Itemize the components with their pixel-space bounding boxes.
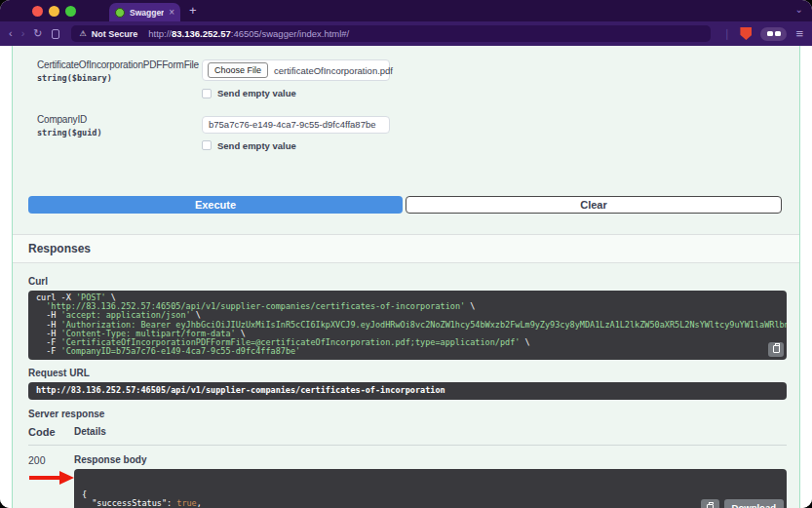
- response-body-label: Response body: [74, 454, 787, 465]
- choose-file-button[interactable]: Choose File: [208, 62, 268, 78]
- new-tab-button[interactable]: +: [189, 3, 197, 18]
- companyid-input[interactable]: [202, 116, 390, 134]
- post-operation-block: CertificateOfIncorporationPDFFormFile st…: [12, 46, 800, 508]
- send-empty-value-label: Send empty value: [217, 88, 296, 98]
- annotation-arrow: [29, 476, 60, 480]
- server-response-label: Server response: [28, 409, 787, 419]
- curl-command-block: curl -X 'POST' \ 'http://83.136.252.57:4…: [28, 291, 787, 360]
- titlebar: Swagger UI × + ⌄: [0, 0, 812, 21]
- request-url-label: Request URL: [28, 368, 787, 378]
- send-empty-value-checkbox[interactable]: [202, 140, 212, 150]
- private-window-icon[interactable]: [760, 27, 787, 41]
- responses-section: Curl curl -X 'POST' \ 'http://83.136.252…: [13, 263, 799, 508]
- response-row: 200 Response body { "successStatus": tru…: [28, 454, 787, 508]
- response-body-json: { "successStatus": true, "fileURI": "fil…: [82, 490, 779, 508]
- curl-label: Curl: [28, 276, 787, 287]
- minimize-window-button[interactable]: [49, 6, 59, 17]
- toolbar-separator: ❘: [722, 27, 731, 40]
- warning-icon: ⚠: [80, 29, 87, 38]
- browser-toolbar: ‹ › ↻ ⚠ Not Secure http://83.136.252.57:…: [0, 21, 812, 46]
- chosen-file-name: certificateOfIncorporation.pdf: [274, 65, 393, 76]
- swagger-favicon-icon: [115, 8, 125, 18]
- param-type: string($binary): [37, 73, 202, 83]
- send-empty-value-label: Send empty value: [217, 140, 296, 151]
- tab-search-icon[interactable]: ⌄: [795, 4, 803, 15]
- execute-button[interactable]: Execute: [28, 196, 403, 214]
- close-tab-icon[interactable]: ×: [169, 8, 174, 18]
- annotation-arrow-head: [59, 471, 74, 485]
- zoom-window-button[interactable]: [65, 6, 76, 17]
- browser-window: Swagger UI × + ⌄ ‹ › ↻ ⚠ Not Secure http…: [0, 0, 812, 508]
- responses-title: Responses: [28, 242, 799, 255]
- copy-response-button[interactable]: [701, 499, 719, 508]
- parameters-section: CertificateOfIncorporationPDFFormFile st…: [13, 46, 799, 151]
- response-body-block: { "successStatus": true, "fileURI": "fil…: [74, 469, 787, 508]
- details-column-header: Details: [74, 426, 106, 438]
- send-empty-value-checkbox[interactable]: [202, 89, 212, 98]
- brave-shield-icon[interactable]: [740, 27, 752, 40]
- param-type: string($guid): [37, 128, 202, 137]
- file-input[interactable]: Choose File certificateOfIncorporation.p…: [202, 59, 390, 81]
- reload-icon[interactable]: ↻: [33, 28, 42, 39]
- clipboard-icon: [773, 345, 780, 353]
- copy-curl-button[interactable]: [768, 342, 784, 357]
- code-column-header: Code: [28, 426, 74, 438]
- responses-header: Responses: [13, 234, 799, 263]
- back-icon[interactable]: ‹: [9, 28, 13, 39]
- param-row-certificate: CertificateOfIncorporationPDFFormFile st…: [37, 59, 799, 98]
- menu-icon[interactable]: ≡: [795, 27, 803, 40]
- address-bar[interactable]: ⚠ Not Secure http://83.136.252.57:46505/…: [71, 25, 712, 42]
- param-name: CertificateOfIncorporationPDFFormFile: [37, 59, 202, 70]
- browser-tab[interactable]: Swagger UI ×: [109, 3, 180, 21]
- param-row-companyid: CompanyID string($guid) Send empty value: [37, 114, 799, 151]
- bookmark-icon[interactable]: [52, 29, 59, 39]
- url-text[interactable]: http://83.136.252.57:46505/swagger/index…: [148, 28, 349, 39]
- close-window-button[interactable]: [32, 6, 43, 17]
- not-secure-label[interactable]: Not Secure: [92, 29, 138, 39]
- clipboard-icon: [707, 504, 714, 508]
- tab-title: Swagger UI: [130, 8, 164, 18]
- swagger-page: CertificateOfIncorporationPDFFormFile st…: [0, 46, 812, 508]
- window-controls[interactable]: [32, 6, 76, 17]
- request-url-value: http://83.136.252.57:46505/api/v1/suppli…: [28, 382, 787, 400]
- forward-icon[interactable]: ›: [21, 28, 25, 39]
- clear-button[interactable]: Clear: [406, 196, 782, 214]
- response-table-header: Code Details: [28, 426, 787, 446]
- download-button[interactable]: Download: [724, 499, 784, 508]
- param-name: CompanyID: [37, 114, 202, 125]
- execute-wrapper: Execute Clear: [28, 196, 782, 214]
